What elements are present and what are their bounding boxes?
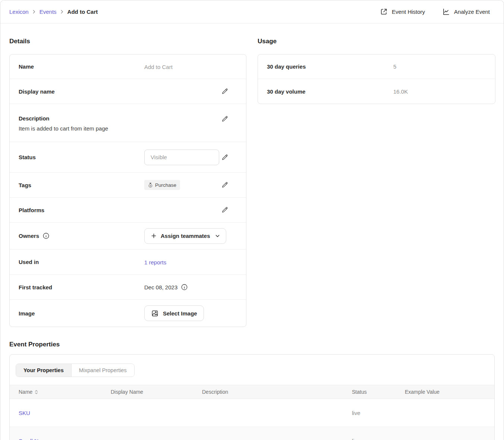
details-row-image: Image Select Image [10,299,246,327]
column-header-description: Description [202,389,352,395]
edit-tags-button[interactable] [220,180,229,189]
used-in-reports-link[interactable]: 1 reports [144,259,166,265]
description-value: Item is added to cart from item page [19,125,237,132]
column-header-status: Status [352,389,405,395]
pencil-icon [221,115,229,123]
external-link-icon [380,8,388,16]
image-label: Image [19,310,35,317]
usage-title: Usage [258,38,495,45]
select-image-button[interactable]: Select Image [144,305,204,321]
top-bar: Lexicon Events Add to Cart Event Hist [0,0,504,23]
svg-text:$: $ [150,185,151,187]
edit-display-name-button[interactable] [220,87,229,96]
main-content: Details Name Add to Cart Display name De… [0,23,504,327]
details-row-description: Description Item is added to cart from i… [10,104,246,142]
queries-value: 5 [393,63,396,70]
name-value: Add to Cart [144,63,173,70]
status-select[interactable]: Visible [144,150,219,165]
details-row-used-in: Used in 1 reports [10,249,246,274]
property-link-sku[interactable]: SKU [10,410,111,416]
info-icon[interactable] [181,284,188,291]
details-row-first-tracked: First tracked Dec 08, 2023 [10,274,246,299]
sort-icon [35,390,38,395]
details-row-display-name: Display name [10,79,246,104]
column-header-example-value: Example Value [405,389,494,395]
assign-teammates-label: Assign teammates [161,233,210,239]
pencil-icon [221,181,229,189]
first-tracked-value: Dec 08, 2023 [144,284,177,290]
volume-value: 16.0K [393,88,408,95]
chevron-down-icon [215,235,220,238]
info-icon[interactable] [42,232,50,239]
details-row-tags: Tags $ Purchase [10,172,246,197]
analyze-event-label: Analyze Event [454,9,490,15]
owners-label: Owners [19,233,39,239]
property-link-scroll-percent[interactable]: Scroll % [10,438,111,440]
details-section: Details Name Add to Cart Display name De… [9,38,246,327]
lexicon-event-detail-page: Lexicon Events Add to Cart Event Hist [0,0,504,440]
display-name-label: Display name [19,88,55,95]
usage-row-volume: 30 day volume 16.0K [258,79,495,104]
event-properties-title: Event Properties [9,341,495,348]
pencil-icon [221,154,229,161]
tags-label: Tags [19,182,31,188]
usage-card: 30 day queries 5 30 day volume 16.0K [258,54,495,104]
line-chart-icon [442,8,450,16]
platforms-label: Platforms [19,207,44,213]
status-value: Visible [151,154,167,160]
description-label: Description [19,115,246,122]
tab-mixpanel-properties[interactable]: Mixpanel Properties [71,364,134,377]
first-tracked-label: First tracked [19,284,52,290]
breadcrumb-lexicon[interactable]: Lexicon [9,9,29,15]
queries-label: 30 day queries [267,63,306,70]
money-bag-icon: $ [148,182,153,188]
tag-label: Purchase [155,182,176,188]
details-row-platforms: Platforms [10,197,246,222]
property-status: live [352,410,405,416]
details-card: Name Add to Cart Display name Descriptio… [9,54,246,327]
event-history-button[interactable]: Event History [380,8,425,16]
tag-chip-purchase[interactable]: $ Purchase [144,180,180,190]
table-row-scroll-percent[interactable]: Scroll % live [10,427,494,440]
details-title: Details [9,38,246,45]
pencil-icon [221,206,229,214]
breadcrumb-current-event: Add to Cart [67,9,98,15]
column-header-name[interactable]: Name [10,389,111,395]
event-properties-section: Event Properties Your Properties Mixpane… [0,341,504,440]
select-image-label: Select Image [163,310,197,317]
breadcrumb-events[interactable]: Events [40,9,57,15]
edit-description-button[interactable] [220,114,229,123]
plus-icon [151,233,157,239]
event-properties-card: Your Properties Mixpanel Properties Name… [9,354,495,440]
name-label: Name [19,63,34,70]
usage-section: Usage 30 day queries 5 30 day volume 16.… [258,38,495,327]
edit-status-button[interactable] [220,153,229,162]
status-label: Status [19,154,36,160]
volume-label: 30 day volume [267,88,305,95]
usage-row-queries: 30 day queries 5 [258,54,495,79]
column-header-display-name: Display Name [111,389,202,395]
chevron-right-icon [33,10,35,14]
event-history-label: Event History [392,9,425,15]
breadcrumb: Lexicon Events Add to Cart [9,9,98,15]
details-row-owners: Owners Assign teammates [10,222,246,249]
analyze-event-button[interactable]: Analyze Event [442,8,490,16]
chevron-right-icon [61,10,63,14]
image-icon [151,309,159,317]
property-status: live [352,438,405,440]
assign-teammates-button[interactable]: Assign teammates [144,228,226,244]
tab-your-properties[interactable]: Your Properties [16,364,71,377]
table-row-sku[interactable]: SKU live [10,399,494,427]
details-row-name: Name Add to Cart [10,54,246,79]
top-actions: Event History Analyze Event [380,8,490,16]
edit-platforms-button[interactable] [220,205,229,214]
properties-table-header: Name Display Name Description Status Exa… [10,385,494,399]
details-row-status: Status Visible [10,142,246,172]
pencil-icon [221,88,229,95]
used-in-label: Used in [19,259,39,265]
properties-tabs: Your Properties Mixpanel Properties [16,364,135,377]
